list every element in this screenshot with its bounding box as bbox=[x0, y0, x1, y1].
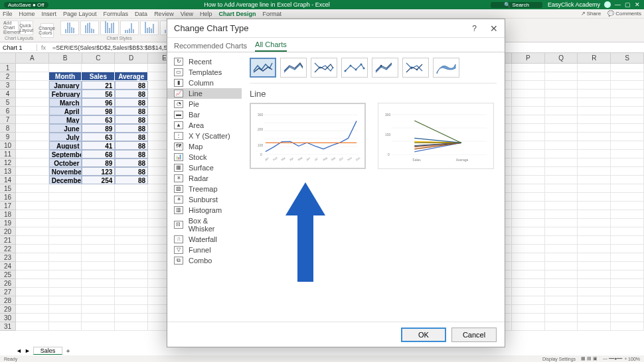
chart-type-column[interactable]: ▮Column bbox=[167, 78, 242, 88]
cell[interactable]: January bbox=[49, 81, 82, 90]
cell[interactable] bbox=[578, 115, 611, 124]
avatar[interactable] bbox=[604, 1, 611, 8]
row-header[interactable]: 12 bbox=[0, 158, 16, 167]
cell[interactable] bbox=[512, 150, 545, 158]
cell[interactable] bbox=[578, 133, 611, 141]
cell[interactable] bbox=[578, 288, 611, 296]
cell[interactable] bbox=[49, 279, 82, 288]
cell[interactable] bbox=[578, 227, 611, 236]
row-header[interactable]: 22 bbox=[0, 245, 16, 253]
row-header[interactable]: 30 bbox=[0, 314, 16, 322]
cell[interactable] bbox=[115, 288, 148, 296]
cell[interactable] bbox=[611, 167, 644, 176]
cell[interactable] bbox=[115, 296, 148, 305]
cell[interactable] bbox=[82, 262, 115, 271]
cell[interactable] bbox=[611, 107, 644, 115]
cell[interactable] bbox=[512, 167, 545, 176]
autosave-toggle[interactable]: AutoSave ● Off bbox=[4, 2, 48, 8]
row-header[interactable]: 29 bbox=[0, 305, 16, 314]
row-header[interactable]: 2 bbox=[0, 72, 16, 81]
cell[interactable] bbox=[115, 271, 148, 279]
cell[interactable]: 56 bbox=[82, 90, 115, 98]
sheet-tab[interactable]: Sales bbox=[33, 347, 63, 355]
cell[interactable] bbox=[82, 202, 115, 210]
chart-type-histogram[interactable]: ▥Histogram bbox=[167, 205, 242, 215]
cell[interactable] bbox=[545, 236, 578, 245]
cell[interactable] bbox=[16, 124, 49, 133]
cell[interactable] bbox=[578, 219, 611, 227]
cell[interactable]: 123 bbox=[82, 167, 115, 176]
column-header[interactable]: A bbox=[16, 53, 49, 64]
cell[interactable] bbox=[512, 141, 545, 150]
cell[interactable]: 88 bbox=[115, 133, 148, 141]
ribbon-tab-data[interactable]: Data bbox=[135, 11, 147, 17]
row-header[interactable]: 6 bbox=[0, 107, 16, 115]
cell[interactable] bbox=[512, 184, 545, 193]
cell[interactable] bbox=[545, 176, 578, 184]
cell[interactable] bbox=[16, 141, 49, 150]
chart-preview-1[interactable]: 300 200 100 0 JanFebMarAprMayJunJulAugSe… bbox=[250, 103, 366, 169]
cell[interactable] bbox=[512, 262, 545, 271]
cell[interactable] bbox=[611, 305, 644, 314]
cell[interactable] bbox=[49, 193, 82, 202]
row-header[interactable]: 17 bbox=[0, 202, 16, 210]
cell[interactable] bbox=[16, 279, 49, 288]
ribbon-tab-format[interactable]: Format bbox=[263, 11, 282, 17]
cell[interactable] bbox=[115, 262, 148, 271]
select-all-triangle[interactable] bbox=[0, 53, 16, 64]
ribbon-tab-help[interactable]: Help bbox=[200, 11, 212, 17]
cell[interactable] bbox=[578, 279, 611, 288]
subtype-line-markers[interactable] bbox=[341, 58, 368, 78]
row-header[interactable]: 8 bbox=[0, 124, 16, 133]
cell[interactable] bbox=[545, 262, 578, 271]
fx-icon[interactable]: fx bbox=[37, 44, 50, 51]
cell[interactable]: 98 bbox=[82, 107, 115, 115]
cell[interactable] bbox=[611, 158, 644, 167]
cell[interactable] bbox=[512, 288, 545, 296]
cell[interactable] bbox=[578, 236, 611, 245]
column-header[interactable]: Q bbox=[545, 53, 578, 64]
cell[interactable] bbox=[16, 98, 49, 107]
cell[interactable] bbox=[611, 202, 644, 210]
add-chart-element-button[interactable]: Add Chart Element bbox=[5, 21, 19, 35]
cell[interactable] bbox=[578, 158, 611, 167]
cell[interactable] bbox=[49, 202, 82, 210]
cell[interactable] bbox=[49, 296, 82, 305]
chart-type-pie[interactable]: ◔Pie bbox=[167, 99, 242, 109]
cell[interactable] bbox=[49, 262, 82, 271]
cell[interactable] bbox=[545, 279, 578, 288]
cell[interactable] bbox=[578, 262, 611, 271]
tab-recommended-charts[interactable]: Recommended Charts bbox=[174, 40, 247, 52]
cell[interactable] bbox=[611, 133, 644, 141]
cell[interactable] bbox=[16, 193, 49, 202]
cell[interactable] bbox=[545, 296, 578, 305]
cell[interactable] bbox=[578, 271, 611, 279]
cell[interactable] bbox=[578, 193, 611, 202]
window-maximize-icon[interactable]: ▢ bbox=[625, 1, 631, 8]
display-settings[interactable]: Display Settings bbox=[542, 357, 576, 361]
cell[interactable]: February bbox=[49, 90, 82, 98]
cell[interactable] bbox=[578, 81, 611, 90]
cell[interactable] bbox=[512, 296, 545, 305]
cell[interactable] bbox=[578, 296, 611, 305]
row-header[interactable]: 28 bbox=[0, 296, 16, 305]
comments-button[interactable]: 💬 Comments bbox=[607, 11, 641, 17]
cell[interactable] bbox=[578, 210, 611, 219]
cell[interactable] bbox=[545, 219, 578, 227]
zoom-slider[interactable]: — ━━●━━ ＋ bbox=[603, 355, 628, 362]
cell[interactable] bbox=[16, 64, 49, 72]
cell[interactable] bbox=[545, 314, 578, 322]
row-header[interactable]: 21 bbox=[0, 236, 16, 245]
cell[interactable] bbox=[49, 227, 82, 236]
subtype-100-stacked-line-markers[interactable] bbox=[402, 58, 429, 78]
cell[interactable] bbox=[512, 271, 545, 279]
cell[interactable] bbox=[115, 236, 148, 245]
cell[interactable] bbox=[82, 279, 115, 288]
ribbon-tab-review[interactable]: Review bbox=[154, 11, 174, 17]
cell[interactable] bbox=[115, 314, 148, 322]
cell[interactable]: September bbox=[49, 150, 82, 158]
ribbon-tab-chart-design[interactable]: Chart Design bbox=[219, 11, 256, 17]
row-header[interactable]: 20 bbox=[0, 227, 16, 236]
cell[interactable] bbox=[16, 107, 49, 115]
dialog-help-icon[interactable]: ? bbox=[472, 24, 477, 33]
